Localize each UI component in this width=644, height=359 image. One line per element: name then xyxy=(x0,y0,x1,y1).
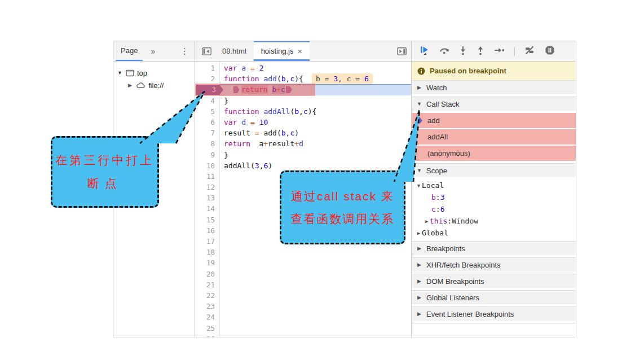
gutter-line-number[interactable]: 15 xyxy=(195,214,219,225)
breakpoint-line-number: 3 xyxy=(211,85,216,94)
section-global-listeners: ▶Global Listeners xyxy=(412,291,576,307)
call-stack-frame[interactable]: addAll xyxy=(412,129,576,145)
code-line: function add(b,c){b = 3, c = 6 xyxy=(224,73,411,84)
section-header[interactable]: ▶XHR/fetch Breakpoints xyxy=(412,258,576,272)
section-label: DOM Breakpoints xyxy=(426,277,484,286)
chevron-right-icon: ▶ xyxy=(424,218,430,224)
chevron-right-icon: ▶ xyxy=(416,246,422,251)
section-event-listener-breakpoints: ▶Event Listener Breakpoints xyxy=(412,307,576,323)
scope-entry[interactable]: ▶Global xyxy=(412,227,576,239)
pause-on-exceptions-icon[interactable] xyxy=(545,45,555,57)
scope-key: b xyxy=(431,193,436,202)
gutter-line-number[interactable]: 11 xyxy=(195,171,219,182)
gutter-line-number[interactable]: 1 xyxy=(195,63,219,73)
scope-entry[interactable]: ▼Local xyxy=(412,180,576,191)
info-icon xyxy=(417,67,425,75)
section-scope: ▼ Scope ▼Localb: 3c: 6▶this: Window▶Glob… xyxy=(412,164,576,242)
gutter-line-number[interactable]: 14 xyxy=(195,203,219,214)
chevron-down-icon: ▼ xyxy=(416,183,422,189)
chevron-right-icon[interactable]: ▶ xyxy=(127,82,133,88)
step-over-icon[interactable] xyxy=(439,46,449,56)
close-icon[interactable]: × xyxy=(297,47,302,56)
toggle-navigator-icon[interactable] xyxy=(202,47,211,55)
gutter-line-number[interactable]: 25 xyxy=(195,323,219,334)
gutter-line-number[interactable]: 6 xyxy=(195,117,219,128)
step-into-icon[interactable] xyxy=(459,46,467,57)
code-line: return a+result+d xyxy=(224,138,411,149)
code-line: function addAll(b,c){ xyxy=(224,106,411,117)
gutter-line-number[interactable]: 13 xyxy=(195,192,219,203)
call-stack-frame[interactable]: add xyxy=(412,113,576,128)
gutter-line-number[interactable]: 17 xyxy=(195,236,219,247)
code-line: var a = 2 xyxy=(224,63,411,73)
toggle-debugger-icon[interactable] xyxy=(397,47,407,55)
chevron-down-icon[interactable]: ▼ xyxy=(117,70,123,76)
file-tree: ▼ top ▶ file:// xyxy=(113,62,195,91)
tree-item-file[interactable]: ▶ file:// xyxy=(113,79,195,91)
call-stack-frame[interactable]: (anonymous) xyxy=(412,146,576,161)
gutter-line-number[interactable]: 23 xyxy=(195,301,219,312)
tree-item-top[interactable]: ▼ top xyxy=(113,67,195,79)
scope-key: c xyxy=(431,205,436,213)
frame-icon xyxy=(126,69,134,77)
section-scope-header[interactable]: ▼ Scope xyxy=(412,164,576,177)
execution-marker-icon[interactable] xyxy=(286,86,292,93)
gutter-line-number[interactable]: 21 xyxy=(195,279,219,290)
section-header[interactable]: ▶Breakpoints xyxy=(412,242,576,255)
tab-page[interactable]: Page xyxy=(116,41,143,61)
section-call-stack-header[interactable]: ▼ Call Stack xyxy=(412,97,576,111)
code-line: } xyxy=(224,95,411,106)
tab-hoisting-js[interactable]: hoisting.js × xyxy=(254,41,310,61)
menu-icon[interactable]: ⋮ xyxy=(180,46,189,56)
collapsed-sections: ▶Breakpoints▶XHR/fetch Breakpoints▶DOM B… xyxy=(412,242,576,323)
tree-item-top-label: top xyxy=(137,69,147,77)
gutter-line-number[interactable]: 20 xyxy=(195,269,219,279)
scope-entry[interactable]: ▶this: Window xyxy=(412,215,576,227)
scope-separator: : xyxy=(436,205,440,213)
tab-08-html-label: 08.html xyxy=(222,47,246,55)
execution-marker-icon[interactable] xyxy=(233,86,240,93)
scope-entry[interactable]: c: 6 xyxy=(412,203,576,215)
tab-08-html[interactable]: 08.html xyxy=(215,41,254,61)
gutter-line-number[interactable]: 5 xyxy=(195,106,219,117)
gutter-line-number[interactable]: 24 xyxy=(195,312,219,322)
breakpoint-marker[interactable]: 3 xyxy=(196,85,223,95)
editor-tabbar: 08.html hoisting.js × xyxy=(195,41,411,62)
frame-name: (anonymous) xyxy=(427,149,470,157)
more-tabs-icon[interactable]: » xyxy=(151,47,155,56)
section-watch-header[interactable]: ▶ Watch xyxy=(412,81,576,94)
gutter-line-number[interactable]: 12 xyxy=(195,182,219,192)
scope-entry[interactable]: b: 3 xyxy=(412,191,576,203)
gutter-line-number[interactable]: 9 xyxy=(195,150,219,160)
gutter-line-number[interactable]: 26 xyxy=(195,334,219,337)
paused-banner-text: Paused on breakpoint xyxy=(430,67,506,75)
line-number-gutter[interactable]: 1234567891011121314151617181920212223242… xyxy=(195,62,220,337)
annotation-callout-call-stack: 通过call stack 来 查看函数调用关系 xyxy=(280,170,405,244)
gutter-line-number[interactable]: 2 xyxy=(195,73,219,84)
step-out-icon[interactable] xyxy=(477,46,484,57)
gutter-line-number[interactable]: 8 xyxy=(195,138,219,149)
debugger-toolbar xyxy=(412,41,576,62)
gutter-line-number[interactable]: 22 xyxy=(195,290,219,301)
page-background: Page » ⋮ ▼ top ▶ file:// xyxy=(0,0,644,359)
gutter-line-number[interactable]: 19 xyxy=(195,257,219,268)
section-watch: ▶ Watch xyxy=(412,81,576,97)
section-xhr-fetch-breakpoints: ▶XHR/fetch Breakpoints xyxy=(412,258,576,274)
section-header[interactable]: ▶DOM Breakpoints xyxy=(412,274,576,288)
inline-values-widget: b = 3, c = 6 xyxy=(312,73,373,84)
gutter-line-number[interactable]: 4 xyxy=(195,95,219,106)
navigator-tabbar: Page » ⋮ xyxy=(113,41,195,62)
deactivate-breakpoints-icon[interactable] xyxy=(524,46,535,56)
gutter-line-number[interactable]: 7 xyxy=(195,128,219,138)
section-header[interactable]: ▶Global Listeners xyxy=(412,291,576,304)
gutter-line-number[interactable]: 10 xyxy=(195,160,219,171)
section-scope-label: Scope xyxy=(426,167,447,175)
resume-icon[interactable] xyxy=(420,45,430,57)
gutter-line-number[interactable]: 16 xyxy=(195,225,219,236)
step-icon[interactable] xyxy=(494,46,505,56)
scope-group-label: Local xyxy=(422,181,444,190)
scope-separator: : xyxy=(436,193,440,202)
gutter-line-number[interactable]: 18 xyxy=(195,247,219,257)
annotation-text: 通过call stack 来 xyxy=(291,189,394,204)
section-header[interactable]: ▶Event Listener Breakpoints xyxy=(412,307,576,321)
